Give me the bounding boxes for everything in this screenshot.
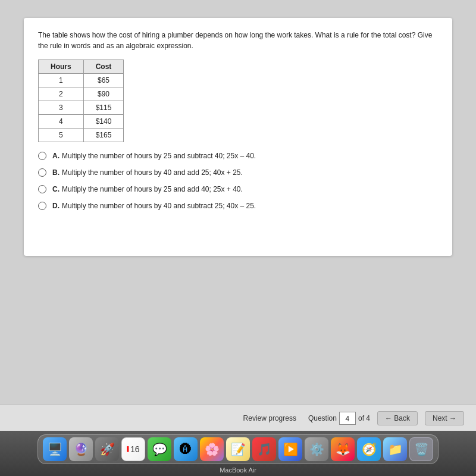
screen-area: The table shows how the cost of hiring a… xyxy=(0,0,476,405)
table-cell: $115 xyxy=(83,101,124,115)
table-cell: 4 xyxy=(39,115,84,129)
choice-c-text: Multiply the number of hours by 25 and a… xyxy=(62,185,243,193)
radio-b[interactable] xyxy=(38,168,46,177)
choice-b[interactable]: B. Multiply the number of hours by 40 an… xyxy=(38,168,438,177)
question-number[interactable]: 4 xyxy=(339,412,356,425)
file-manager-icon[interactable]: 📁 xyxy=(383,437,407,461)
table-row: 3$115 xyxy=(39,101,124,115)
back-button[interactable]: ← Back xyxy=(377,411,418,425)
finder-icon[interactable]: 🖥️ xyxy=(43,437,67,461)
table-cell: $140 xyxy=(83,115,124,129)
data-table: Hours Cost 1$652$903$1154$1405$165 xyxy=(38,60,124,142)
answer-choices: A. Multiply the number of hours by 25 an… xyxy=(38,152,438,210)
table-header-cost: Cost xyxy=(83,60,124,74)
launchpad-icon[interactable]: 🚀 xyxy=(95,437,119,461)
table-header-hours: Hours xyxy=(39,60,84,74)
dock-area: 🖥️ 🔮 🚀 ▌16 💬 🅐 🌸 📝 🎵 ▶️ ⚙️ 🦊 🧭 📁 🗑️ MacB… xyxy=(0,431,476,476)
table-cell: 2 xyxy=(39,87,84,101)
choice-b-label: B. xyxy=(52,168,60,177)
choice-d-text: Multiply the number of hours by 40 and s… xyxy=(62,202,256,210)
table-cell: 5 xyxy=(39,129,84,142)
choice-c[interactable]: C. Multiply the number of hours by 25 an… xyxy=(38,185,438,193)
of-label: of 4 xyxy=(358,414,370,422)
table-row: 2$90 xyxy=(39,87,124,101)
table-row: 4$140 xyxy=(39,115,124,129)
choice-a-label: A. xyxy=(52,152,60,160)
review-progress-label: Review progress xyxy=(243,414,296,422)
radio-a[interactable] xyxy=(38,152,46,160)
next-button[interactable]: Next → xyxy=(425,411,464,425)
photos-icon[interactable]: 🌸 xyxy=(200,437,224,461)
safari-icon[interactable]: 🧭 xyxy=(357,437,381,461)
macbook-label: MacBook Air xyxy=(220,466,256,474)
messages-icon[interactable]: 💬 xyxy=(148,437,171,461)
question-text: The table shows how the cost of hiring a… xyxy=(38,30,438,51)
system-prefs-icon[interactable]: ⚙️ xyxy=(305,437,328,461)
table-cell: 3 xyxy=(39,101,84,115)
calendar-icon[interactable]: ▌16 xyxy=(121,437,145,461)
choice-b-text: Multiply the number of hours by 40 and a… xyxy=(62,168,243,177)
table-cell: 1 xyxy=(39,74,84,87)
siri-icon[interactable]: 🔮 xyxy=(69,437,93,461)
radio-c[interactable] xyxy=(38,185,46,193)
firefox-icon[interactable]: 🦊 xyxy=(331,437,355,461)
table-cell: $165 xyxy=(83,129,124,142)
choice-a-text: Multiply the number of hours by 25 and s… xyxy=(62,152,256,160)
dock: 🖥️ 🔮 🚀 ▌16 💬 🅐 🌸 📝 🎵 ▶️ ⚙️ 🦊 🧭 📁 🗑️ xyxy=(37,434,439,464)
appstore-icon[interactable]: 🅐 xyxy=(174,437,198,461)
radio-d[interactable] xyxy=(38,202,46,210)
music-icon[interactable]: 🎵 xyxy=(252,437,276,461)
table-row: 5$165 xyxy=(39,129,124,142)
choice-d-label: D. xyxy=(52,202,60,210)
content-card: The table shows how the cost of hiring a… xyxy=(24,18,452,256)
choice-a[interactable]: A. Multiply the number of hours by 25 an… xyxy=(38,152,438,160)
quicktime-icon[interactable]: ▶️ xyxy=(278,437,302,461)
table-cell: $65 xyxy=(83,74,124,87)
question-label: Question xyxy=(308,414,337,422)
notes-icon[interactable]: 📝 xyxy=(226,437,250,461)
trash-icon[interactable]: 🗑️ xyxy=(409,437,433,461)
nav-bar: Review progress Question 4 of 4 ← Back N… xyxy=(0,405,476,431)
table-cell: $90 xyxy=(83,87,124,101)
question-indicator: Question 4 of 4 xyxy=(308,412,370,425)
choice-c-label: C. xyxy=(52,185,60,193)
table-row: 1$65 xyxy=(39,74,124,87)
choice-d[interactable]: D. Multiply the number of hours by 40 an… xyxy=(38,202,438,210)
